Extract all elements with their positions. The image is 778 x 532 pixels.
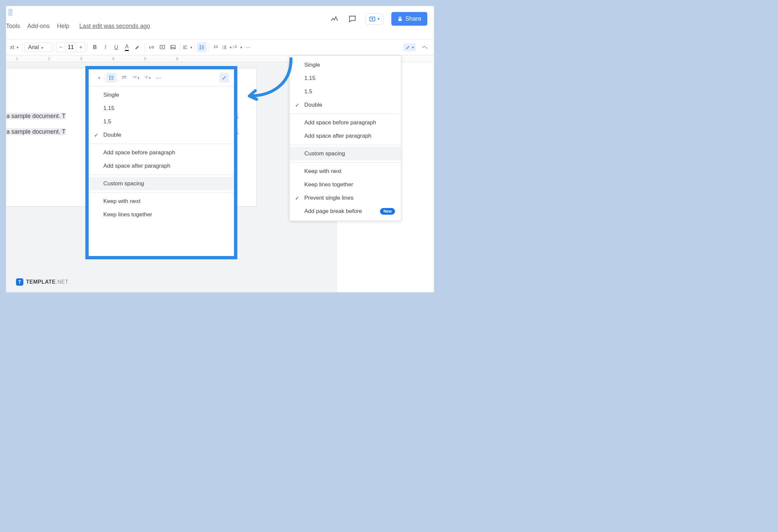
separator bbox=[290, 145, 401, 145]
check-icon: ✓ bbox=[295, 195, 299, 201]
present-button[interactable]: ▾ bbox=[365, 13, 383, 25]
mini-line-spacing-button[interactable] bbox=[106, 73, 116, 83]
line-spacing-menu: Single 1.15 1.5 ✓Double Add space before… bbox=[289, 55, 401, 221]
svg-point-6 bbox=[223, 48, 223, 49]
menu-double[interactable]: ✓Double bbox=[290, 98, 401, 112]
mini-numbered-button[interactable]: 1 bbox=[142, 73, 152, 83]
zoom-menu-custom[interactable]: Custom spacing bbox=[89, 177, 234, 190]
mini-bullet-button[interactable] bbox=[131, 73, 141, 83]
title-bar: Tools Add-ons Help Last edit was seconds… bbox=[6, 6, 434, 39]
menu-single[interactable]: Single bbox=[290, 58, 401, 72]
zoom-menu-15[interactable]: 1.5 bbox=[89, 115, 234, 128]
highlight-button[interactable] bbox=[132, 42, 142, 52]
menu-keep-lines[interactable]: Keep lines together bbox=[290, 178, 401, 191]
menu-addons[interactable]: Add-ons bbox=[27, 23, 50, 30]
checklist-button[interactable] bbox=[211, 42, 221, 52]
doc-text[interactable]: a sample document. T bbox=[6, 128, 66, 135]
menu-tools[interactable]: Tools bbox=[6, 23, 20, 30]
zoom-menu-keep-lines[interactable]: Keep lines together bbox=[89, 208, 234, 221]
svg-point-4 bbox=[223, 46, 223, 46]
last-edit-link[interactable]: Last edit was seconds ago bbox=[79, 23, 150, 30]
underline-button[interactable]: U bbox=[111, 42, 121, 52]
share-label: Share bbox=[405, 15, 421, 22]
svg-point-9 bbox=[133, 76, 134, 77]
menu-help[interactable]: Help bbox=[57, 23, 69, 30]
bold-button[interactable]: B bbox=[90, 42, 100, 52]
size-increase[interactable]: + bbox=[76, 43, 85, 52]
svg-text:2: 2 bbox=[233, 47, 234, 49]
collapse-toolbar-button[interactable]: ヘ bbox=[420, 42, 430, 52]
zoom-menu-before[interactable]: Add space before paragraph bbox=[89, 146, 234, 159]
insert-image-button[interactable] bbox=[168, 42, 178, 52]
link-button[interactable] bbox=[147, 42, 157, 52]
zoom-callout: 1 ⋯ Single 1.15 1.5 ✓Double Add space be… bbox=[85, 66, 237, 259]
doc-text[interactable]: a sample document. T bbox=[6, 113, 66, 119]
separator bbox=[54, 43, 54, 51]
separator bbox=[87, 43, 88, 51]
editing-mode-button[interactable]: ▾ bbox=[403, 43, 416, 51]
mini-toolbar: 1 ⋯ bbox=[89, 69, 234, 86]
docs-icon bbox=[6, 8, 15, 17]
italic-button[interactable]: I bbox=[100, 42, 110, 52]
new-badge: New bbox=[380, 208, 395, 215]
menu-115[interactable]: 1.15 bbox=[290, 72, 401, 85]
activity-icon[interactable] bbox=[329, 14, 339, 24]
zoom-menu-keep-next[interactable]: Keep with next bbox=[89, 195, 234, 208]
zoom-menu-115[interactable]: 1.15 bbox=[89, 102, 234, 115]
size-decrease[interactable]: − bbox=[56, 43, 65, 52]
separator bbox=[22, 43, 22, 51]
separator bbox=[209, 43, 209, 51]
watermark-text: TEMPLATE.NET bbox=[26, 279, 68, 285]
font-select[interactable]: Arial bbox=[24, 43, 52, 52]
lock-icon bbox=[397, 16, 403, 22]
add-comment-button[interactable] bbox=[157, 42, 167, 52]
comments-icon[interactable] bbox=[347, 14, 357, 24]
separator bbox=[180, 43, 180, 51]
watermark: T TEMPLATE.NET bbox=[16, 278, 68, 286]
watermark-logo: T bbox=[16, 278, 23, 286]
menu-page-break-before[interactable]: Add page break beforeNew bbox=[290, 205, 401, 218]
separator bbox=[290, 162, 401, 163]
text-color-button[interactable]: A bbox=[122, 42, 132, 52]
share-button[interactable]: Share bbox=[391, 12, 427, 26]
zoom-spacing-menu: Single 1.15 1.5 ✓Double Add space before… bbox=[89, 86, 234, 223]
menubar: Tools Add-ons Help Last edit was seconds… bbox=[6, 23, 150, 30]
svg-text:1: 1 bbox=[144, 76, 145, 77]
line-spacing-button[interactable] bbox=[197, 42, 207, 52]
separator bbox=[89, 192, 234, 193]
separator bbox=[144, 43, 145, 51]
bullet-list-button[interactable] bbox=[222, 42, 232, 52]
menu-space-after[interactable]: Add space after paragraph bbox=[290, 129, 401, 143]
menu-keep-next[interactable]: Keep with next bbox=[290, 165, 401, 178]
svg-point-5 bbox=[223, 47, 223, 48]
zoom-menu-double[interactable]: ✓Double bbox=[89, 128, 234, 142]
menu-prevent-single[interactable]: ✓Prevent single lines bbox=[290, 191, 401, 205]
size-value[interactable]: 11 bbox=[65, 43, 76, 52]
separator bbox=[89, 175, 234, 175]
mini-dropdown[interactable] bbox=[93, 73, 103, 83]
check-icon: ✓ bbox=[94, 132, 98, 138]
menu-15[interactable]: 1.5 bbox=[290, 85, 401, 98]
text-style-select[interactable]: xt bbox=[9, 42, 20, 52]
toolbar: xt Arial − 11 + B I U A 12 ⋯ ▾ bbox=[6, 39, 434, 55]
chevron-down-icon: ▾ bbox=[378, 17, 380, 21]
menu-space-before[interactable]: Add space before paragraph bbox=[290, 116, 401, 129]
menu-custom-spacing[interactable]: Custom spacing bbox=[290, 147, 401, 160]
app-frame: Tools Add-ons Help Last edit was seconds… bbox=[6, 6, 434, 292]
mini-more-button[interactable]: ⋯ bbox=[153, 73, 163, 83]
zoom-menu-single[interactable]: Single bbox=[89, 88, 234, 102]
numbered-list-button[interactable]: 12 bbox=[232, 42, 242, 52]
mini-checklist-button[interactable] bbox=[119, 73, 129, 83]
more-button[interactable]: ⋯ bbox=[243, 42, 253, 52]
header-actions: ▾ Share bbox=[329, 12, 427, 26]
mini-edit-button[interactable] bbox=[219, 73, 229, 83]
separator bbox=[89, 144, 234, 144]
zoom-menu-after[interactable]: Add space after paragraph bbox=[89, 159, 234, 173]
align-button[interactable] bbox=[182, 42, 192, 52]
check-icon: ✓ bbox=[295, 102, 299, 108]
font-size-stepper[interactable]: − 11 + bbox=[56, 42, 85, 52]
svg-point-10 bbox=[133, 77, 134, 78]
